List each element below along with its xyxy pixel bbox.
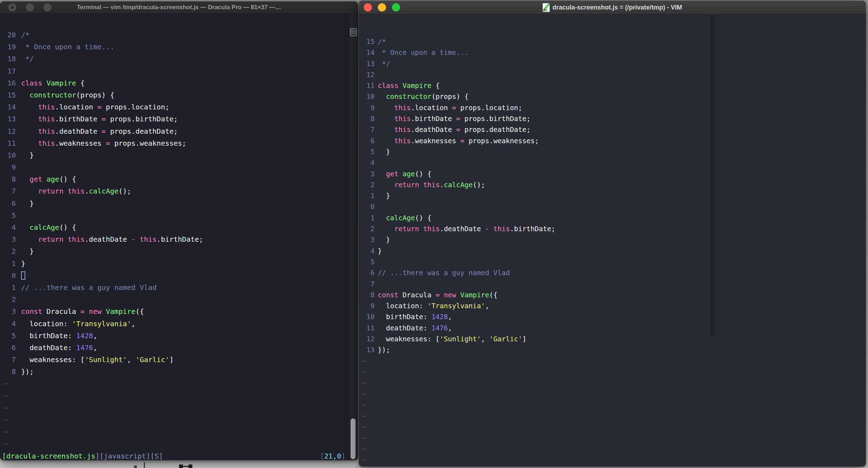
zoom-button[interactable] <box>43 3 52 12</box>
code-line: 3 return this.deathDate - this.birthDate… <box>0 233 358 245</box>
empty-buffer-line: ~ <box>0 426 358 438</box>
code-token <box>21 175 30 183</box>
code-token: props.birthDate; <box>106 115 178 123</box>
line-number: 0 <box>7 270 16 282</box>
code-token: props.birthDate; <box>460 115 531 123</box>
code-line: 7 <box>359 279 866 290</box>
code-token: ] <box>522 335 526 343</box>
code-token: /* <box>378 38 386 46</box>
code-token <box>419 225 423 233</box>
code-token <box>63 187 68 195</box>
code-token: 21,0 <box>324 452 341 460</box>
background-window-fragment <box>144 462 145 468</box>
code-token: [RO] <box>456 466 472 467</box>
code-token <box>440 291 444 299</box>
code-token: this <box>394 126 411 134</box>
macvim-titlebar[interactable]: JS dracula-screenshot.js = (/private/tmp… <box>359 1 866 14</box>
code-token: . <box>85 187 89 195</box>
code-token: Dracula <box>398 291 436 299</box>
code-token: calcAge <box>89 187 119 195</box>
empty-buffer-line: ~ <box>359 444 866 455</box>
code-token: this <box>394 104 411 112</box>
line-number: 2 <box>366 179 375 190</box>
code-token <box>378 214 386 222</box>
code-line: 9 this.location = props.location; <box>359 102 866 113</box>
code-token: const <box>21 307 42 316</box>
code-token: (); <box>473 181 485 189</box>
code-token <box>378 225 394 233</box>
code-token: this <box>394 115 411 123</box>
line-number: 11 <box>366 80 375 91</box>
code-token: class <box>21 79 42 87</box>
split-pane-icon[interactable] <box>350 28 357 36</box>
code-token: = <box>456 115 460 123</box>
code-line: 0 <box>359 201 866 212</box>
code-token: () { <box>59 175 76 183</box>
code-token: class <box>378 82 398 90</box>
code-token: this <box>68 235 84 244</box>
minimize-button[interactable] <box>378 3 386 12</box>
empty-buffer-line: ~ <box>359 356 866 367</box>
code-token <box>398 82 403 90</box>
code-token: .birthDate <box>55 115 101 123</box>
code-token: (props) { <box>76 91 114 99</box>
code-token: weaknesses: [ <box>21 355 85 364</box>
zoom-button[interactable] <box>392 3 400 12</box>
terminal-titlebar[interactable]: Terminal — vim /tmp/dracula-screenshot.j… <box>0 1 358 14</box>
code-token: .deathDate <box>411 126 456 134</box>
code-line: 1 } <box>359 190 866 201</box>
code-token: props.location; <box>456 104 522 112</box>
code-token: 'Transylvania' <box>72 320 132 328</box>
code-line: 6 } <box>0 197 358 209</box>
line-number: 13 <box>366 58 375 69</box>
line-number: 8 <box>366 113 375 124</box>
code-token: } <box>378 247 382 255</box>
code-line: 4 calcAge() { <box>0 221 358 233</box>
terminal-scrollbar-track <box>349 13 358 460</box>
code-token: = <box>102 115 106 123</box>
code-token <box>102 307 106 316</box>
line-number: 12 <box>366 69 375 80</box>
code-token: .deathDate <box>85 235 131 244</box>
line-number: 3 <box>366 169 375 179</box>
line-number: 7 <box>7 354 16 366</box>
code-token <box>378 137 394 145</box>
line-number: 6 <box>366 135 375 146</box>
line-number: 0 <box>366 201 375 212</box>
line-number: 7 <box>366 279 375 290</box>
code-token <box>21 223 30 232</box>
terminal-vim-text-area[interactable]: 20/*19 * Once upon a time...18 */1716cla… <box>0 13 358 460</box>
code-token: () { <box>415 170 432 178</box>
code-token: = <box>460 137 465 145</box>
minimize-button[interactable] <box>26 3 34 12</box>
code-token <box>378 126 394 134</box>
code-token: 'Sunlight' <box>85 355 127 364</box>
terminal-traffic-lights <box>8 1 52 13</box>
line-number: 3 <box>7 305 16 317</box>
close-button[interactable] <box>364 3 372 12</box>
code-token: deathDate: <box>378 324 432 332</box>
code-token: 1428 <box>76 331 93 340</box>
empty-buffer-line: ~ <box>0 402 358 414</box>
code-line: 6 deathDate: 1476, <box>0 342 358 354</box>
line-number: 12 <box>7 125 16 137</box>
code-line: 8}); <box>0 366 358 378</box>
code-token: props.weaknesses; <box>110 139 186 147</box>
code-line: 3 get age() { <box>359 169 866 179</box>
code-token: 'Garlic' <box>135 355 169 364</box>
code-token: calcAge <box>444 181 473 189</box>
code-token: = <box>97 103 102 111</box>
code-token: , <box>127 355 135 364</box>
code-token: Vampire <box>460 291 489 299</box>
macvim-text-area[interactable]: 15/*14 * Once upon a time...13 */1211cla… <box>359 14 866 467</box>
line-number: 13 <box>7 113 16 125</box>
terminal-scrollbar-thumb[interactable] <box>351 418 356 459</box>
code-token: birthDate: <box>21 331 76 340</box>
code-line: 16class Vampire { <box>0 77 358 89</box>
code-line: 7 this.deathDate = props.deathDate; <box>359 124 866 135</box>
empty-buffer-line: ~ <box>359 378 866 388</box>
code-token <box>419 181 423 189</box>
close-button[interactable] <box>8 3 17 12</box>
code-token: 1476 <box>432 324 448 332</box>
line-number: 14 <box>366 47 375 58</box>
